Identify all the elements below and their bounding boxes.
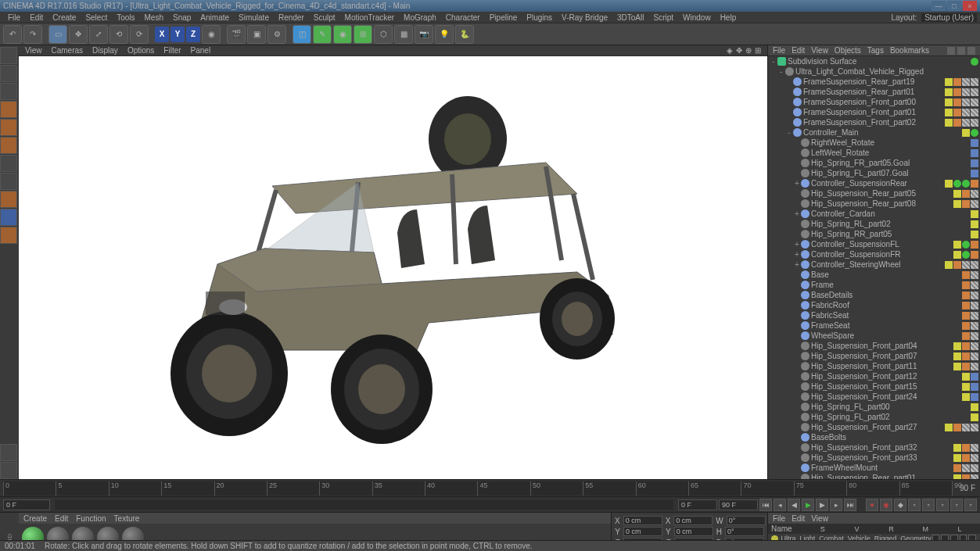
tag-icon[interactable]	[971, 424, 978, 431]
prev-key-button[interactable]: ◂	[774, 499, 786, 511]
object-tree[interactable]: -Subdivision Surface-Ultra_Light_Combat_…	[768, 56, 980, 479]
menu-snap[interactable]: Snap	[168, 13, 196, 22]
pen-tool[interactable]: ✎	[313, 25, 332, 44]
attr-menu-file[interactable]: File	[773, 514, 785, 523]
om-filter-icon[interactable]	[957, 47, 965, 55]
tag-icon[interactable]	[971, 98, 978, 106]
coord-rot-field[interactable]	[727, 516, 766, 525]
tag-icon[interactable]	[971, 149, 978, 157]
tree-item[interactable]: Hip_Suspension_Front_part15	[768, 381, 980, 392]
tree-item[interactable]: Hip_Spring_FL_part02	[768, 412, 980, 422]
play-button[interactable]: ▶	[802, 499, 814, 511]
mat-menu-create[interactable]: Create	[23, 514, 47, 523]
tag-icon[interactable]	[962, 352, 970, 360]
tag-icon[interactable]	[971, 139, 978, 147]
tag-icon[interactable]	[971, 332, 978, 340]
tag-icon[interactable]	[971, 159, 978, 167]
scale-tool[interactable]: ⤢	[89, 25, 108, 44]
tag-icon[interactable]	[971, 464, 978, 472]
autokey-button[interactable]: ◉	[880, 499, 892, 511]
render-region[interactable]: ▣	[247, 25, 266, 44]
tag-icon[interactable]	[953, 98, 961, 106]
tag-icon[interactable]	[962, 424, 970, 431]
record-button[interactable]: ●	[866, 499, 878, 511]
tree-item[interactable]: FabricSeat	[768, 310, 980, 320]
tag-icon[interactable]	[962, 78, 970, 86]
key-rot[interactable]: ▫	[936, 499, 949, 511]
timeline-start-field[interactable]	[3, 499, 50, 510]
tag-icon[interactable]	[962, 342, 970, 350]
viewport-solo[interactable]	[0, 444, 17, 461]
menu-help[interactable]: Help	[716, 13, 741, 22]
tag-icon[interactable]	[971, 322, 978, 330]
tag-icon[interactable]	[953, 261, 961, 269]
tag-icon[interactable]	[971, 363, 978, 370]
key-selection[interactable]: ◆	[894, 499, 906, 511]
tag-icon[interactable]	[971, 373, 978, 381]
tag-icon[interactable]	[971, 444, 978, 452]
om-menu-edit[interactable]: Edit	[792, 46, 805, 55]
soft-select[interactable]	[0, 227, 17, 244]
tree-item[interactable]: FrameSuspension_Front_part02	[768, 117, 980, 127]
mat-menu-function[interactable]: Function	[76, 514, 106, 523]
vp-menu-cameras[interactable]: Cameras	[52, 46, 84, 55]
tree-item[interactable]: +Controller_SuspensionFR	[768, 249, 980, 259]
tree-item[interactable]: FrameSuspension_Front_part00	[768, 97, 980, 107]
tag-icon[interactable]	[953, 454, 961, 462]
vp-nav-icon[interactable]: ⊕	[745, 46, 752, 55]
tree-toggle[interactable]: +	[793, 240, 801, 249]
tag-icon[interactable]	[945, 180, 953, 188]
tree-item[interactable]: -Controller_Main	[768, 127, 980, 138]
vp-nav-icon[interactable]: ✥	[736, 46, 742, 55]
om-menu-objects[interactable]: Objects	[835, 46, 861, 55]
tag-icon[interactable]	[953, 88, 961, 96]
viewport-3d[interactable]	[19, 56, 767, 479]
tree-toggle[interactable]: +	[793, 209, 801, 218]
tag-icon[interactable]	[962, 180, 970, 188]
tag-icon[interactable]	[962, 129, 970, 137]
next-key-button[interactable]: ▸	[830, 499, 842, 511]
timeline-scrubber[interactable]	[55, 500, 673, 510]
tree-item[interactable]: Hip_Suspension_Rear_part08	[768, 199, 980, 209]
tag-icon[interactable]	[962, 98, 970, 106]
menu-animate[interactable]: Animate	[196, 13, 234, 22]
array-tool[interactable]: ⊞	[354, 25, 372, 44]
tag-icon[interactable]	[971, 383, 978, 391]
attr-menu-edit[interactable]: Edit	[792, 514, 805, 523]
tag-icon[interactable]	[962, 251, 970, 259]
coord-pos-field[interactable]	[623, 527, 662, 536]
tag-icon[interactable]	[971, 180, 978, 188]
menu-sculpt[interactable]: Sculpt	[309, 13, 340, 22]
tag-icon[interactable]	[953, 78, 961, 86]
tag-icon[interactable]	[962, 302, 970, 309]
tag-icon[interactable]	[953, 342, 961, 350]
tree-item[interactable]: +Controller_SuspensionRear	[768, 178, 980, 188]
vp-menu-display[interactable]: Display	[92, 46, 118, 55]
tree-item[interactable]: Hip_Suspension_Front_part04	[768, 341, 980, 351]
menu-edit[interactable]: Edit	[25, 13, 48, 22]
tag-icon[interactable]	[971, 352, 978, 360]
menu-render[interactable]: Render	[274, 13, 309, 22]
tag-icon[interactable]	[962, 312, 970, 320]
om-eye-icon[interactable]	[967, 47, 975, 55]
tree-item[interactable]: FrameSuspension_Rear_part01	[768, 87, 980, 97]
tag-icon[interactable]	[962, 261, 970, 269]
uv-poly-mode[interactable]	[0, 173, 17, 190]
tree-item[interactable]: FabricRoof	[768, 300, 980, 310]
goto-end-button[interactable]: ⏭	[844, 499, 856, 511]
tag-icon[interactable]	[971, 200, 978, 208]
tree-item[interactable]: Hip_Suspension_Front_part27	[768, 422, 980, 432]
tag-icon[interactable]	[962, 119, 970, 127]
tree-item[interactable]: Base	[768, 270, 980, 280]
tree-item[interactable]: Hip_Suspension_Front_part07	[768, 351, 980, 361]
tree-item[interactable]: Hip_Suspension_Front_part11	[768, 361, 980, 371]
coord-pos-field[interactable]	[623, 516, 662, 525]
coord-rot-field[interactable]	[725, 527, 764, 536]
tag-icon[interactable]	[971, 281, 978, 289]
render-view[interactable]: 🎬	[227, 25, 246, 44]
tag-icon[interactable]	[971, 413, 978, 421]
uv-point-mode[interactable]	[0, 155, 17, 172]
menu-pipeline[interactable]: Pipeline	[485, 13, 522, 22]
menu-tools[interactable]: Tools	[112, 13, 139, 22]
tweak-mode[interactable]	[0, 191, 17, 208]
